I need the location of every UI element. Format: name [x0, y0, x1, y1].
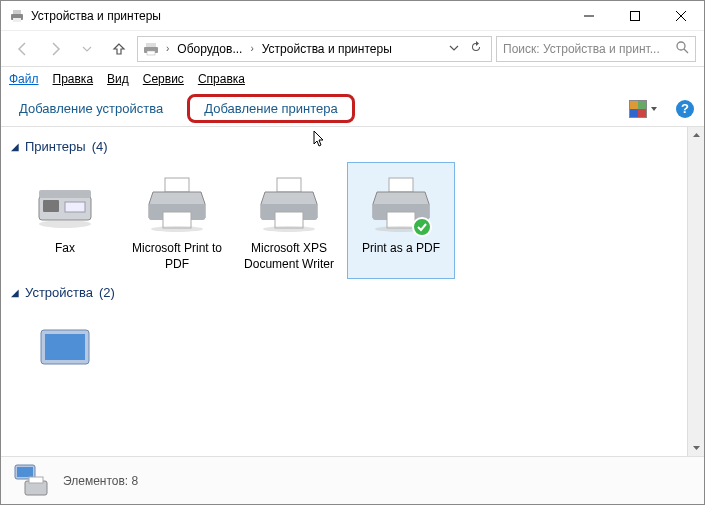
status-text: Элементов: 8 — [63, 474, 138, 488]
printer-item-xps-writer[interactable]: Microsoft XPS Document Writer — [235, 162, 343, 279]
menu-view[interactable]: Вид — [107, 72, 129, 86]
devices-summary-icon — [11, 461, 51, 501]
scroll-up-button[interactable] — [688, 127, 704, 144]
collapse-icon: ◢ — [11, 287, 19, 298]
devices-printers-icon — [142, 40, 160, 58]
refresh-icon[interactable] — [465, 40, 487, 58]
content-area: ◢ Принтеры (4) Fax — [1, 127, 687, 456]
group-devices-header[interactable]: ◢ Устройства (2) — [11, 279, 677, 308]
cursor-icon — [313, 130, 327, 152]
back-button[interactable] — [9, 35, 37, 63]
commandbar: Добавление устройства Добавление принтер… — [1, 91, 704, 127]
menu-file[interactable]: Файл — [9, 72, 39, 86]
printer-item-ms-print-pdf[interactable]: Microsoft Print to PDF — [123, 162, 231, 279]
svg-rect-30 — [45, 334, 85, 360]
svg-rect-4 — [631, 11, 640, 20]
svg-rect-8 — [146, 43, 156, 47]
printers-list: Fax Microsoft Print to PDF — [11, 162, 677, 279]
svg-rect-34 — [29, 477, 43, 483]
view-options-button[interactable] — [629, 100, 658, 118]
chevron-down-icon[interactable] — [447, 43, 461, 55]
menu-tools[interactable]: Сервис — [143, 72, 184, 86]
monitor-icon — [16, 315, 114, 385]
vertical-scrollbar[interactable] — [687, 127, 704, 456]
devices-printers-icon — [9, 8, 25, 24]
help-button[interactable]: ? — [676, 100, 694, 118]
svg-line-11 — [684, 49, 688, 53]
statusbar: Элементов: 8 — [1, 456, 704, 504]
view-grid-icon — [629, 100, 647, 118]
breadcrumb-devices[interactable]: Устройства и принтеры — [260, 42, 394, 56]
svg-rect-14 — [43, 200, 59, 212]
menubar: Файл Правка Вид Сервис Справка — [1, 67, 704, 91]
printer-icon — [240, 169, 338, 239]
collapse-icon: ◢ — [11, 141, 19, 152]
svg-point-24 — [263, 226, 315, 232]
breadcrumb-hardware[interactable]: Оборудов... — [175, 42, 244, 56]
svg-rect-17 — [165, 178, 189, 192]
search-box[interactable]: Поиск: Устройства и принт... — [496, 36, 696, 62]
search-icon — [675, 40, 689, 58]
devices-list — [11, 308, 677, 392]
svg-rect-21 — [277, 178, 301, 192]
group-devices-label: Устройства — [25, 285, 93, 300]
printer-label: Print as a PDF — [352, 241, 450, 257]
svg-rect-19 — [163, 212, 191, 228]
svg-rect-32 — [17, 467, 33, 477]
printer-label: Fax — [16, 241, 114, 257]
search-placeholder: Поиск: Устройства и принт... — [503, 42, 669, 56]
printer-label: Microsoft Print to PDF — [128, 241, 226, 272]
svg-point-20 — [151, 226, 203, 232]
chevron-right-icon[interactable]: › — [164, 43, 171, 54]
chevron-right-icon[interactable]: › — [248, 43, 255, 54]
address-bar[interactable]: › Оборудов... › Устройства и принтеры — [137, 36, 492, 62]
svg-rect-13 — [39, 190, 91, 198]
printer-label: Microsoft XPS Document Writer — [240, 241, 338, 272]
close-button[interactable] — [658, 1, 704, 31]
fax-icon — [16, 169, 114, 239]
svg-rect-25 — [389, 178, 413, 192]
svg-point-16 — [39, 220, 91, 228]
svg-rect-9 — [147, 51, 155, 55]
add-printer-button[interactable]: Добавление принтера — [187, 94, 354, 123]
scroll-down-button[interactable] — [688, 439, 704, 456]
printer-item-print-as-pdf[interactable]: Print as a PDF — [347, 162, 455, 279]
device-item-monitor[interactable] — [11, 308, 119, 392]
minimize-button[interactable] — [566, 1, 612, 31]
group-devices-count: (2) — [99, 285, 115, 300]
group-printers-label: Принтеры — [25, 139, 86, 154]
maximize-button[interactable] — [612, 1, 658, 31]
recent-dropdown[interactable] — [73, 35, 101, 63]
default-check-icon — [412, 217, 432, 237]
navbar: › Оборудов... › Устройства и принтеры По… — [1, 31, 704, 67]
titlebar: Устройства и принтеры — [1, 1, 704, 31]
printer-icon — [352, 169, 450, 239]
up-button[interactable] — [105, 35, 133, 63]
group-printers-count: (4) — [92, 139, 108, 154]
forward-button[interactable] — [41, 35, 69, 63]
menu-help[interactable]: Справка — [198, 72, 245, 86]
svg-rect-23 — [275, 212, 303, 228]
svg-point-10 — [677, 42, 685, 50]
group-printers-header[interactable]: ◢ Принтеры (4) — [11, 133, 677, 162]
printer-item-fax[interactable]: Fax — [11, 162, 119, 279]
svg-rect-2 — [13, 18, 21, 22]
add-device-button[interactable]: Добавление устройства — [11, 97, 171, 120]
window-title: Устройства и принтеры — [31, 9, 566, 23]
svg-rect-15 — [65, 202, 85, 212]
printer-icon — [128, 169, 226, 239]
svg-rect-27 — [387, 212, 415, 228]
menu-edit[interactable]: Правка — [53, 72, 94, 86]
svg-rect-1 — [13, 10, 21, 14]
